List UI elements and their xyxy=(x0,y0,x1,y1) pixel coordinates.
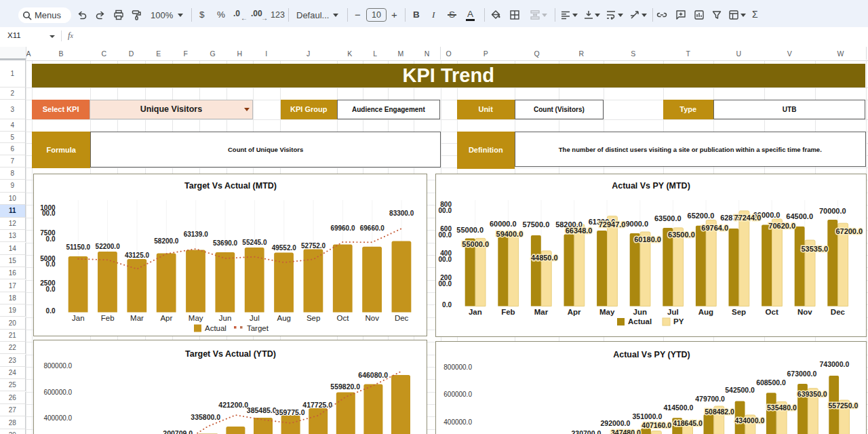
svg-text:44850.0: 44850.0 xyxy=(531,254,558,262)
svg-text:83300.0: 83300.0 xyxy=(389,210,414,217)
svg-text:292000.0: 292000.0 xyxy=(600,420,630,427)
svg-text:66348.0: 66348.0 xyxy=(565,226,592,235)
svg-text:800000.0: 800000.0 xyxy=(43,362,72,370)
svg-text:PY: PY xyxy=(673,317,684,326)
svg-text:72947.0: 72947.0 xyxy=(598,220,625,229)
svg-text:65200.0: 65200.0 xyxy=(687,212,714,220)
svg-text:70000.0: 70000.0 xyxy=(819,207,846,215)
svg-text:407160.0: 407160.0 xyxy=(642,421,671,429)
svg-text:52200.0: 52200.0 xyxy=(95,243,120,250)
svg-text:60180.0: 60180.0 xyxy=(634,235,661,243)
svg-text:673000.0: 673000.0 xyxy=(787,370,816,378)
svg-text:67200.0: 67200.0 xyxy=(835,227,863,235)
svg-text:0.0: 0.0 xyxy=(442,301,452,309)
svg-text:Actual: Actual xyxy=(205,324,226,332)
svg-text:421200.0: 421200.0 xyxy=(218,401,248,409)
svg-text:51150.0: 51150.0 xyxy=(66,243,90,251)
svg-text:49552.0: 49552.0 xyxy=(271,244,296,252)
svg-text:00.0: 00.0 xyxy=(438,231,452,239)
svg-text:0.0: 0.0 xyxy=(45,235,55,243)
svg-text:57500.0: 57500.0 xyxy=(522,220,549,229)
svg-text:53690.0: 53690.0 xyxy=(213,239,238,247)
svg-text:0.0: 0.0 xyxy=(45,285,55,293)
svg-text:Apr: Apr xyxy=(567,308,580,316)
svg-text:43125.0: 43125.0 xyxy=(125,252,150,259)
svg-text:608500.0: 608500.0 xyxy=(756,378,786,386)
svg-text:63139.0: 63139.0 xyxy=(183,231,208,238)
svg-text:639350.0: 639350.0 xyxy=(797,390,827,397)
svg-text:64500.0: 64500.0 xyxy=(786,213,813,221)
svg-text:00.0: 00.0 xyxy=(438,207,452,214)
svg-text:646080.0: 646080.0 xyxy=(358,371,388,379)
svg-text:385485.0: 385485.0 xyxy=(247,406,277,414)
svg-text:Jun: Jun xyxy=(219,314,232,322)
svg-text:55000.0: 55000.0 xyxy=(462,240,489,248)
svg-text:535480.0: 535480.0 xyxy=(767,404,797,412)
svg-text:600000.0: 600000.0 xyxy=(443,391,472,398)
svg-text:Jan: Jan xyxy=(72,314,85,322)
svg-text:Target Vs Actual (MTD): Target Vs Actual (MTD) xyxy=(184,181,277,191)
svg-text:Sep: Sep xyxy=(307,314,320,322)
svg-text:55245.0: 55245.0 xyxy=(242,239,267,246)
svg-text:Actual: Actual xyxy=(628,317,652,326)
svg-text:Jan: Jan xyxy=(468,308,481,316)
svg-text:230700.0: 230700.0 xyxy=(571,429,601,434)
svg-text:May: May xyxy=(189,314,203,322)
svg-text:52752.0: 52752.0 xyxy=(301,242,326,250)
svg-text:Aug: Aug xyxy=(698,308,713,316)
svg-text:Mar: Mar xyxy=(534,308,548,316)
svg-text:Dec: Dec xyxy=(830,308,845,316)
svg-text:Mar: Mar xyxy=(130,314,144,322)
svg-text:Nov: Nov xyxy=(797,308,812,316)
svg-text:53535.0: 53535.0 xyxy=(801,245,828,253)
svg-text:63500.0: 63500.0 xyxy=(654,214,682,222)
svg-text:55000.0: 55000.0 xyxy=(456,226,484,234)
svg-text:00.0: 00.0 xyxy=(438,256,452,263)
svg-text:600000.0: 600000.0 xyxy=(43,389,72,396)
svg-text:743000.0: 743000.0 xyxy=(819,361,849,368)
svg-text:63500.0: 63500.0 xyxy=(668,231,695,239)
svg-text:77244.0: 77244.0 xyxy=(734,214,761,222)
svg-text:417725.0: 417725.0 xyxy=(302,401,332,409)
svg-text:69660.0: 69660.0 xyxy=(360,224,385,232)
svg-text:59400.0: 59400.0 xyxy=(496,230,523,238)
svg-text:Feb: Feb xyxy=(101,314,115,322)
svg-text:542500.0: 542500.0 xyxy=(725,387,755,394)
svg-text:69960.0: 69960.0 xyxy=(330,224,355,232)
svg-text:414500.0: 414500.0 xyxy=(663,403,693,411)
svg-text:Nov: Nov xyxy=(365,314,379,322)
svg-text:Feb: Feb xyxy=(501,308,515,316)
svg-text:Target: Target xyxy=(247,324,269,332)
svg-text:Target Vs Actual (YTD): Target Vs Actual (YTD) xyxy=(185,349,276,359)
svg-text:Jul: Jul xyxy=(250,314,260,322)
svg-text:Dec: Dec xyxy=(395,314,409,322)
svg-text:58200.0: 58200.0 xyxy=(154,237,179,245)
svg-text:Oct: Oct xyxy=(765,308,778,316)
svg-text:Apr: Apr xyxy=(160,314,172,322)
svg-text:800000.0: 800000.0 xyxy=(443,363,472,370)
svg-text:May: May xyxy=(599,308,615,316)
svg-text:60000.0: 60000.0 xyxy=(490,220,517,228)
svg-text:Jun: Jun xyxy=(633,308,646,316)
svg-text:347480.0: 347480.0 xyxy=(611,429,641,434)
svg-text:Jul: Jul xyxy=(667,308,679,316)
svg-text:Oct: Oct xyxy=(336,314,349,322)
svg-text:0.0: 0.0 xyxy=(45,260,55,268)
svg-text:00.0: 00.0 xyxy=(42,210,56,217)
svg-text:351000.0: 351000.0 xyxy=(632,412,662,420)
svg-text:508482.0: 508482.0 xyxy=(705,408,734,416)
svg-text:434000.0: 434000.0 xyxy=(734,417,764,425)
svg-text:200709.0: 200709.0 xyxy=(163,429,193,434)
svg-text:418645.0: 418645.0 xyxy=(673,420,703,427)
svg-text:Aug: Aug xyxy=(277,314,290,322)
svg-text:00.0: 00.0 xyxy=(438,280,452,288)
svg-text:400000.0: 400000.0 xyxy=(43,414,72,422)
svg-text:335800.0: 335800.0 xyxy=(191,413,220,421)
svg-text:Actual Vs PY (MTD): Actual Vs PY (MTD) xyxy=(612,181,690,191)
svg-text:Sep: Sep xyxy=(732,308,746,316)
svg-text:Actual Vs PY (YTD): Actual Vs PY (YTD) xyxy=(613,350,690,359)
svg-text:400000.0: 400000.0 xyxy=(443,418,472,426)
svg-text:479700.0: 479700.0 xyxy=(695,395,725,403)
svg-text:559820.0: 559820.0 xyxy=(330,382,360,391)
svg-text:70620.0: 70620.0 xyxy=(768,222,795,230)
